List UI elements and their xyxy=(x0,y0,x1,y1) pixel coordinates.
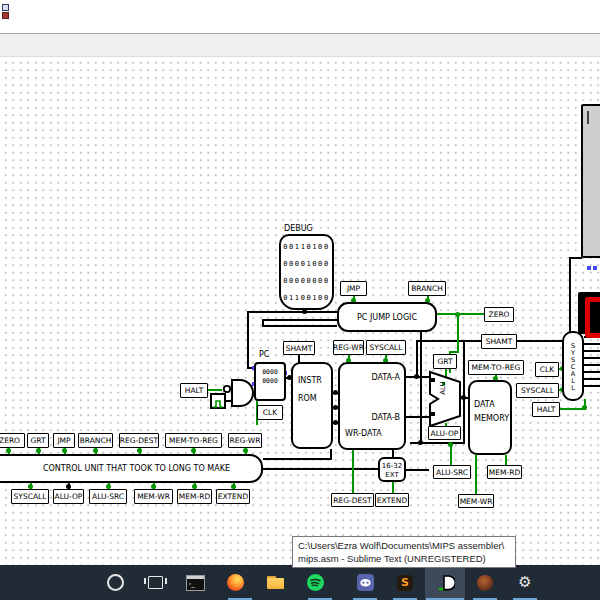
junction xyxy=(62,448,67,453)
tunnel-shamt[interactable]: SHAMT xyxy=(283,341,315,355)
tunnel-jmp[interactable]: JMP xyxy=(340,281,367,296)
tunnel-mem-rd[interactable]: MEM-RD xyxy=(177,489,212,504)
tunnel-jmp[interactable]: JMP xyxy=(53,433,75,448)
debug-row: 00110100 xyxy=(281,239,332,256)
wire xyxy=(416,340,418,378)
wire xyxy=(262,319,264,327)
register-file-box[interactable]: DATA-A DATA-B WR-DATA xyxy=(338,362,406,450)
wire xyxy=(247,311,249,368)
tunnel-mem-wr[interactable]: MEM-WR xyxy=(458,494,494,508)
wire xyxy=(584,378,600,380)
junction xyxy=(93,448,98,453)
wire xyxy=(584,343,600,345)
alu-shape[interactable] xyxy=(428,370,462,428)
tunnel-syscall[interactable]: SYSCALL xyxy=(366,340,406,355)
tunnel-halt[interactable]: HALT xyxy=(532,402,560,417)
extender-label: EXT xyxy=(380,471,404,480)
extender-label: 16-32 xyxy=(380,462,404,471)
tunnel-syscall[interactable]: SYSCALL xyxy=(11,489,49,504)
tunnel-reg-wr[interactable]: REG-WR xyxy=(333,340,364,355)
tunnel-halt[interactable]: HALT xyxy=(180,383,208,398)
junction xyxy=(137,448,142,453)
junction xyxy=(414,374,419,379)
control-unit-box[interactable]: CONTROL UNIT THAT TOOK TO LONG TO MAKE xyxy=(0,454,263,483)
wire xyxy=(263,468,378,470)
wire xyxy=(247,311,337,313)
discord-button[interactable] xyxy=(345,565,385,600)
logisim-button[interactable] xyxy=(425,565,465,600)
instr-rom-box[interactable]: INSTR ROM xyxy=(291,362,333,449)
hex-digit-display[interactable] xyxy=(578,292,600,334)
data-memory-box[interactable]: DATA MEMORY xyxy=(468,380,512,455)
sublime-text-button[interactable]: S xyxy=(385,565,425,600)
tunnel-shamt[interactable]: SHAMT xyxy=(481,334,517,349)
syscall-unit-label: SYSCALL xyxy=(569,342,577,391)
tunnel-mem-to-reg[interactable]: MEM-TO-REG xyxy=(165,433,222,448)
wire xyxy=(584,350,600,352)
junction xyxy=(6,448,11,453)
taskbar-tooltip: C:\Users\Ezra Wolf\Documents\MIPS assemb… xyxy=(292,536,516,568)
wire xyxy=(437,313,485,315)
terminal-button[interactable]: ›_ xyxy=(175,565,215,600)
pc-label: PC xyxy=(259,350,269,359)
spotify-button[interactable] xyxy=(295,565,335,600)
pin xyxy=(593,266,597,270)
task-view-button[interactable] xyxy=(135,565,175,600)
pc-value: 0000 xyxy=(256,377,284,386)
pin xyxy=(587,266,591,270)
wire xyxy=(352,450,354,494)
wire xyxy=(584,357,600,359)
tunnel-reg-wr[interactable]: REG-WR xyxy=(228,433,262,448)
tunnel-clk[interactable]: CLK xyxy=(535,362,559,377)
settings-button[interactable]: ⚙ xyxy=(505,565,545,600)
hex-digit-zero xyxy=(585,297,600,338)
wire xyxy=(584,385,600,387)
tooltip-line2: mips.asm - Sublime Text (UNREGISTERED) xyxy=(298,552,510,565)
control-unit-label: CONTROL UNIT THAT TOOK TO LONG TO MAKE xyxy=(43,464,230,473)
file-explorer-button[interactable] xyxy=(255,565,295,600)
cortana-icon xyxy=(107,574,124,591)
tty-display[interactable] xyxy=(581,104,600,258)
data-memory-label: MEMORY xyxy=(474,412,510,426)
debug-label: DEBUG xyxy=(284,224,313,233)
firefox-button[interactable] xyxy=(215,565,255,600)
tunnel-branch[interactable]: BRANCH xyxy=(408,281,446,296)
tunnel-zero[interactable]: ZERO xyxy=(0,433,25,448)
wire xyxy=(457,313,459,353)
extender-box[interactable]: 16-32 EXT xyxy=(378,457,406,482)
tunnel-zero[interactable]: ZERO xyxy=(484,307,514,322)
wire xyxy=(463,341,465,444)
tunnel-mem-rd[interactable]: MEM-RD xyxy=(487,465,522,479)
instr-rom-label: INSTR xyxy=(298,372,331,390)
firefox-icon xyxy=(227,574,244,591)
junction xyxy=(418,440,423,445)
tunnel-mem-to-reg[interactable]: MEM-TO-REG xyxy=(468,360,524,375)
tunnel-alu-src[interactable]: ALU-SRC xyxy=(89,489,127,504)
wire xyxy=(263,458,330,460)
tunnel-mem-wr[interactable]: MEM-WR xyxy=(134,489,173,504)
tunnel-syscall[interactable]: SYSCALL xyxy=(516,383,559,398)
tunnel-grt[interactable]: GRT xyxy=(27,433,49,448)
tunnel-reg-dest[interactable]: REG-DEST xyxy=(119,433,159,448)
cortana-button[interactable] xyxy=(95,565,135,600)
planet-app-icon xyxy=(477,575,493,591)
tunnel-alu-op[interactable]: ALU-OP xyxy=(428,426,461,440)
wire xyxy=(584,371,600,373)
wire xyxy=(406,469,429,471)
tunnel-clk[interactable]: CLK xyxy=(257,405,283,420)
pc-jump-logic-box[interactable]: PC JUMP LOGIC xyxy=(337,302,437,332)
tunnel-alu-op[interactable]: ALU-OP xyxy=(53,489,84,504)
clock-source[interactable] xyxy=(210,393,226,409)
debug-probe[interactable]: 00110100 00001000 00000000 01100100 xyxy=(279,234,334,310)
tunnel-grt[interactable]: GRT xyxy=(433,354,457,369)
tunnel-reg-dest[interactable]: REG-DEST xyxy=(331,493,374,507)
wire xyxy=(569,257,571,333)
tunnel-alu-src[interactable]: ALU-SRC xyxy=(433,465,471,479)
tunnel-branch[interactable]: BRANCH xyxy=(78,433,113,448)
tunnel-extend[interactable]: EXTEND xyxy=(216,489,250,504)
toolbar-strip xyxy=(0,33,600,57)
spotify-icon xyxy=(307,574,324,591)
syscall-unit-box[interactable]: SYSCALL xyxy=(562,331,584,401)
tunnel-extend[interactable]: EXTEND xyxy=(375,493,409,507)
planet-app-button[interactable] xyxy=(465,565,505,600)
